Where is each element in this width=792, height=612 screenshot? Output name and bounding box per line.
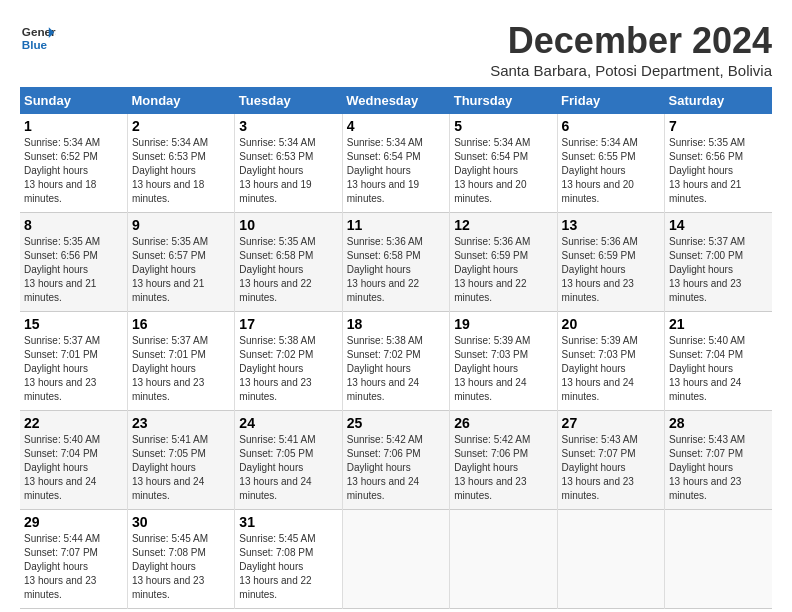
day-info: Sunrise: 5:44 AMSunset: 7:07 PMDaylight … bbox=[24, 533, 100, 600]
day-cell-11: 11 Sunrise: 5:36 AMSunset: 6:58 PMDaylig… bbox=[342, 213, 449, 312]
day-cell-29: 29 Sunrise: 5:44 AMSunset: 7:07 PMDaylig… bbox=[20, 510, 127, 609]
day-header-sunday: Sunday bbox=[20, 87, 127, 114]
day-info: Sunrise: 5:42 AMSunset: 7:06 PMDaylight … bbox=[454, 434, 530, 501]
empty-cell bbox=[557, 510, 664, 609]
logo-icon: General Blue bbox=[20, 20, 56, 56]
day-cell-13: 13 Sunrise: 5:36 AMSunset: 6:59 PMDaylig… bbox=[557, 213, 664, 312]
month-title: December 2024 bbox=[490, 20, 772, 62]
day-cell-8: 8 Sunrise: 5:35 AMSunset: 6:56 PMDayligh… bbox=[20, 213, 127, 312]
day-info: Sunrise: 5:40 AMSunset: 7:04 PMDaylight … bbox=[669, 335, 745, 402]
day-cell-28: 28 Sunrise: 5:43 AMSunset: 7:07 PMDaylig… bbox=[665, 411, 772, 510]
day-cell-24: 24 Sunrise: 5:41 AMSunset: 7:05 PMDaylig… bbox=[235, 411, 342, 510]
day-number: 25 bbox=[347, 415, 445, 431]
day-number: 17 bbox=[239, 316, 337, 332]
week-row-3: 15 Sunrise: 5:37 AMSunset: 7:01 PMDaylig… bbox=[20, 312, 772, 411]
day-number: 10 bbox=[239, 217, 337, 233]
day-info: Sunrise: 5:39 AMSunset: 7:03 PMDaylight … bbox=[454, 335, 530, 402]
day-info: Sunrise: 5:37 AMSunset: 7:01 PMDaylight … bbox=[24, 335, 100, 402]
logo: General Blue bbox=[20, 20, 56, 56]
day-number: 9 bbox=[132, 217, 230, 233]
day-number: 7 bbox=[669, 118, 768, 134]
day-number: 27 bbox=[562, 415, 660, 431]
day-info: Sunrise: 5:41 AMSunset: 7:05 PMDaylight … bbox=[132, 434, 208, 501]
header-row: SundayMondayTuesdayWednesdayThursdayFrid… bbox=[20, 87, 772, 114]
title-area: December 2024 Santa Barbara, Potosi Depa… bbox=[490, 20, 772, 79]
day-info: Sunrise: 5:35 AMSunset: 6:57 PMDaylight … bbox=[132, 236, 208, 303]
day-info: Sunrise: 5:45 AMSunset: 7:08 PMDaylight … bbox=[239, 533, 315, 600]
week-row-1: 1 Sunrise: 5:34 AMSunset: 6:52 PMDayligh… bbox=[20, 114, 772, 213]
day-number: 23 bbox=[132, 415, 230, 431]
day-cell-16: 16 Sunrise: 5:37 AMSunset: 7:01 PMDaylig… bbox=[127, 312, 234, 411]
day-info: Sunrise: 5:45 AMSunset: 7:08 PMDaylight … bbox=[132, 533, 208, 600]
day-number: 5 bbox=[454, 118, 552, 134]
day-header-friday: Friday bbox=[557, 87, 664, 114]
day-info: Sunrise: 5:38 AMSunset: 7:02 PMDaylight … bbox=[239, 335, 315, 402]
day-cell-6: 6 Sunrise: 5:34 AMSunset: 6:55 PMDayligh… bbox=[557, 114, 664, 213]
day-number: 30 bbox=[132, 514, 230, 530]
day-cell-1: 1 Sunrise: 5:34 AMSunset: 6:52 PMDayligh… bbox=[20, 114, 127, 213]
day-number: 18 bbox=[347, 316, 445, 332]
day-number: 26 bbox=[454, 415, 552, 431]
day-number: 3 bbox=[239, 118, 337, 134]
day-cell-19: 19 Sunrise: 5:39 AMSunset: 7:03 PMDaylig… bbox=[450, 312, 557, 411]
day-info: Sunrise: 5:34 AMSunset: 6:54 PMDaylight … bbox=[454, 137, 530, 204]
day-number: 20 bbox=[562, 316, 660, 332]
day-number: 1 bbox=[24, 118, 123, 134]
day-cell-7: 7 Sunrise: 5:35 AMSunset: 6:56 PMDayligh… bbox=[665, 114, 772, 213]
week-row-5: 29 Sunrise: 5:44 AMSunset: 7:07 PMDaylig… bbox=[20, 510, 772, 609]
day-cell-3: 3 Sunrise: 5:34 AMSunset: 6:53 PMDayligh… bbox=[235, 114, 342, 213]
day-cell-20: 20 Sunrise: 5:39 AMSunset: 7:03 PMDaylig… bbox=[557, 312, 664, 411]
day-header-wednesday: Wednesday bbox=[342, 87, 449, 114]
day-info: Sunrise: 5:34 AMSunset: 6:53 PMDaylight … bbox=[239, 137, 315, 204]
day-cell-9: 9 Sunrise: 5:35 AMSunset: 6:57 PMDayligh… bbox=[127, 213, 234, 312]
day-info: Sunrise: 5:39 AMSunset: 7:03 PMDaylight … bbox=[562, 335, 638, 402]
day-info: Sunrise: 5:35 AMSunset: 6:56 PMDaylight … bbox=[24, 236, 100, 303]
day-info: Sunrise: 5:42 AMSunset: 7:06 PMDaylight … bbox=[347, 434, 423, 501]
day-cell-2: 2 Sunrise: 5:34 AMSunset: 6:53 PMDayligh… bbox=[127, 114, 234, 213]
day-number: 22 bbox=[24, 415, 123, 431]
day-cell-18: 18 Sunrise: 5:38 AMSunset: 7:02 PMDaylig… bbox=[342, 312, 449, 411]
day-number: 19 bbox=[454, 316, 552, 332]
day-info: Sunrise: 5:35 AMSunset: 6:58 PMDaylight … bbox=[239, 236, 315, 303]
day-number: 13 bbox=[562, 217, 660, 233]
day-info: Sunrise: 5:37 AMSunset: 7:00 PMDaylight … bbox=[669, 236, 745, 303]
day-info: Sunrise: 5:35 AMSunset: 6:56 PMDaylight … bbox=[669, 137, 745, 204]
day-header-thursday: Thursday bbox=[450, 87, 557, 114]
day-cell-10: 10 Sunrise: 5:35 AMSunset: 6:58 PMDaylig… bbox=[235, 213, 342, 312]
day-cell-22: 22 Sunrise: 5:40 AMSunset: 7:04 PMDaylig… bbox=[20, 411, 127, 510]
day-info: Sunrise: 5:34 AMSunset: 6:53 PMDaylight … bbox=[132, 137, 208, 204]
day-number: 29 bbox=[24, 514, 123, 530]
day-cell-25: 25 Sunrise: 5:42 AMSunset: 7:06 PMDaylig… bbox=[342, 411, 449, 510]
day-cell-31: 31 Sunrise: 5:45 AMSunset: 7:08 PMDaylig… bbox=[235, 510, 342, 609]
day-cell-15: 15 Sunrise: 5:37 AMSunset: 7:01 PMDaylig… bbox=[20, 312, 127, 411]
day-number: 21 bbox=[669, 316, 768, 332]
day-info: Sunrise: 5:43 AMSunset: 7:07 PMDaylight … bbox=[669, 434, 745, 501]
location-title: Santa Barbara, Potosi Department, Bolivi… bbox=[490, 62, 772, 79]
day-cell-27: 27 Sunrise: 5:43 AMSunset: 7:07 PMDaylig… bbox=[557, 411, 664, 510]
day-number: 16 bbox=[132, 316, 230, 332]
day-cell-26: 26 Sunrise: 5:42 AMSunset: 7:06 PMDaylig… bbox=[450, 411, 557, 510]
empty-cell bbox=[665, 510, 772, 609]
day-cell-17: 17 Sunrise: 5:38 AMSunset: 7:02 PMDaylig… bbox=[235, 312, 342, 411]
day-number: 12 bbox=[454, 217, 552, 233]
day-cell-4: 4 Sunrise: 5:34 AMSunset: 6:54 PMDayligh… bbox=[342, 114, 449, 213]
day-info: Sunrise: 5:40 AMSunset: 7:04 PMDaylight … bbox=[24, 434, 100, 501]
day-header-monday: Monday bbox=[127, 87, 234, 114]
day-number: 28 bbox=[669, 415, 768, 431]
day-cell-30: 30 Sunrise: 5:45 AMSunset: 7:08 PMDaylig… bbox=[127, 510, 234, 609]
day-number: 8 bbox=[24, 217, 123, 233]
day-cell-5: 5 Sunrise: 5:34 AMSunset: 6:54 PMDayligh… bbox=[450, 114, 557, 213]
day-number: 11 bbox=[347, 217, 445, 233]
day-header-tuesday: Tuesday bbox=[235, 87, 342, 114]
empty-cell bbox=[450, 510, 557, 609]
header: General Blue December 2024 Santa Barbara… bbox=[20, 20, 772, 79]
day-info: Sunrise: 5:37 AMSunset: 7:01 PMDaylight … bbox=[132, 335, 208, 402]
day-cell-23: 23 Sunrise: 5:41 AMSunset: 7:05 PMDaylig… bbox=[127, 411, 234, 510]
day-number: 14 bbox=[669, 217, 768, 233]
day-cell-21: 21 Sunrise: 5:40 AMSunset: 7:04 PMDaylig… bbox=[665, 312, 772, 411]
day-cell-14: 14 Sunrise: 5:37 AMSunset: 7:00 PMDaylig… bbox=[665, 213, 772, 312]
day-header-saturday: Saturday bbox=[665, 87, 772, 114]
day-number: 24 bbox=[239, 415, 337, 431]
week-row-4: 22 Sunrise: 5:40 AMSunset: 7:04 PMDaylig… bbox=[20, 411, 772, 510]
day-info: Sunrise: 5:34 AMSunset: 6:54 PMDaylight … bbox=[347, 137, 423, 204]
